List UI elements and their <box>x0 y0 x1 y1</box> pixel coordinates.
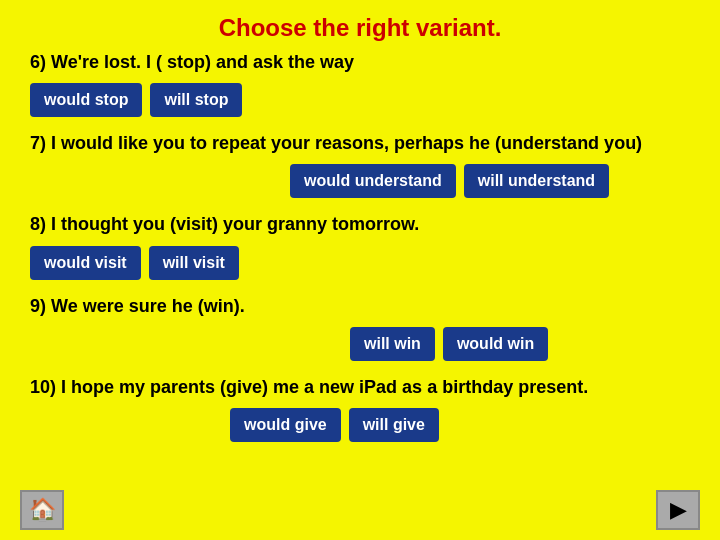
q6-will-stop-button[interactable]: will stop <box>150 83 242 117</box>
q8-btn-group: would visit will visit <box>30 246 690 280</box>
q6-text: 6) We're lost. I ( stop) and ask the way <box>30 50 690 75</box>
q7-will-understand-button[interactable]: will understand <box>464 164 609 198</box>
q10-would-give-button[interactable]: would give <box>230 408 341 442</box>
next-button[interactable]: ▶ <box>656 490 700 530</box>
q9-would-win-button[interactable]: would win <box>443 327 548 361</box>
q6-btn-group: would stop will stop <box>30 83 690 117</box>
home-icon: 🏠 <box>29 497 56 523</box>
q8-would-visit-button[interactable]: would visit <box>30 246 141 280</box>
q6-would-stop-button[interactable]: would stop <box>30 83 142 117</box>
q10-text: 10) I hope my parents (give) me a new iP… <box>30 375 690 400</box>
q7-would-understand-button[interactable]: would understand <box>290 164 456 198</box>
question-8: 8) I thought you (visit) your granny tom… <box>30 212 690 279</box>
q7-btn-group: would understand will understand <box>290 164 690 198</box>
question-6: 6) We're lost. I ( stop) and ask the way… <box>30 50 690 117</box>
next-icon: ▶ <box>670 497 687 523</box>
page-title: Choose the right variant. <box>0 0 720 50</box>
q10-btn-group: would give will give <box>230 408 690 442</box>
question-7: 7) I would like you to repeat your reaso… <box>30 131 690 198</box>
q8-will-visit-button[interactable]: will visit <box>149 246 239 280</box>
q9-btn-group: will win would win <box>350 327 690 361</box>
content-area: 6) We're lost. I ( stop) and ask the way… <box>0 50 720 442</box>
q9-text: 9) We were sure he (win). <box>30 294 690 319</box>
q9-will-win-button[interactable]: will win <box>350 327 435 361</box>
question-10: 10) I hope my parents (give) me a new iP… <box>30 375 690 442</box>
q10-will-give-button[interactable]: will give <box>349 408 439 442</box>
home-button[interactable]: 🏠 <box>20 490 64 530</box>
q8-text: 8) I thought you (visit) your granny tom… <box>30 212 690 237</box>
q7-text: 7) I would like you to repeat your reaso… <box>30 131 690 156</box>
question-9: 9) We were sure he (win). will win would… <box>30 294 690 361</box>
